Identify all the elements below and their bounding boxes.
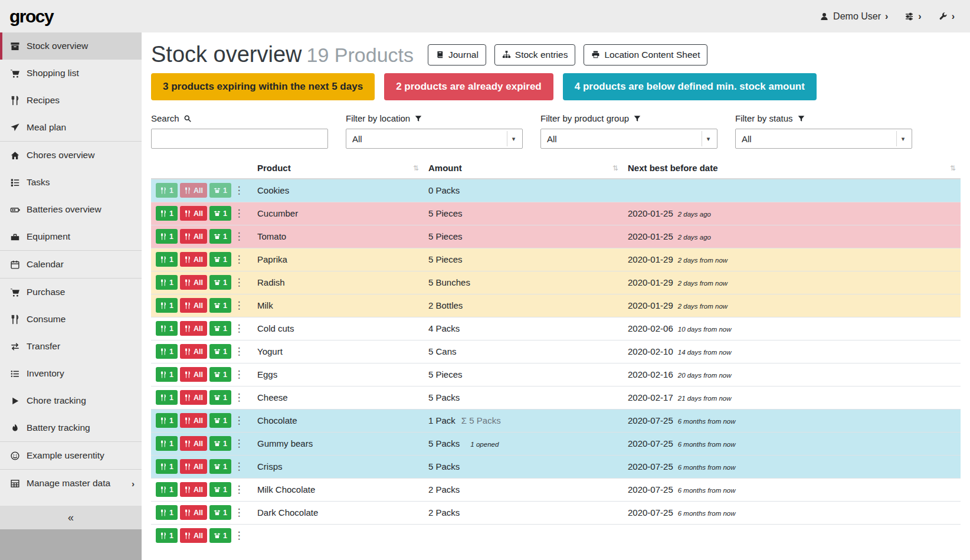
product-group-select[interactable]: All ▾ bbox=[540, 129, 717, 149]
consume-all-button[interactable]: All bbox=[180, 528, 207, 543]
row-menu-button[interactable]: ⋮ bbox=[234, 484, 244, 494]
row-menu-button[interactable]: ⋮ bbox=[234, 369, 244, 379]
row-menu-button[interactable]: ⋮ bbox=[234, 208, 244, 218]
row-menu-button[interactable]: ⋮ bbox=[234, 231, 244, 241]
sidebar-item-chores-overview[interactable]: Chores overview bbox=[0, 142, 142, 169]
sidebar-item-purchase[interactable]: Purchase bbox=[0, 279, 142, 306]
consume-all-button[interactable]: All bbox=[180, 229, 207, 244]
consume-one-button[interactable]: 1 bbox=[156, 390, 178, 405]
consume-one-button[interactable]: 1 bbox=[156, 206, 178, 221]
admin-menu[interactable]: › bbox=[938, 12, 955, 21]
consume-one-button[interactable]: 1 bbox=[156, 229, 178, 244]
consume-one-button[interactable]: 1 bbox=[156, 436, 178, 451]
open-one-button[interactable]: 1 bbox=[209, 252, 231, 267]
open-one-button[interactable]: 1 bbox=[209, 413, 231, 428]
product-column-header[interactable]: Product⇅ bbox=[253, 159, 424, 179]
row-menu-button[interactable]: ⋮ bbox=[234, 392, 244, 402]
sidebar-item-stock-overview[interactable]: Stock overview bbox=[0, 32, 142, 60]
sidebar-item-manage-master-data[interactable]: Manage master data › bbox=[0, 470, 142, 497]
stock-entries-button[interactable]: Stock entries bbox=[494, 44, 576, 66]
consume-one-button[interactable]: 1 bbox=[156, 252, 178, 267]
consume-one-button[interactable]: 1 bbox=[156, 482, 178, 497]
consume-all-button[interactable]: All bbox=[180, 183, 207, 198]
sidebar-item-shopping-list[interactable]: Shopping list bbox=[0, 60, 142, 87]
consume-all-button[interactable]: All bbox=[180, 390, 207, 405]
sidebar-item-example-userentity[interactable]: Example userentity bbox=[0, 442, 142, 469]
consume-all-button[interactable]: All bbox=[180, 252, 207, 267]
row-menu-button[interactable]: ⋮ bbox=[234, 461, 244, 471]
consume-one-button[interactable]: 1 bbox=[156, 183, 178, 198]
sidebar-item-consume[interactable]: Consume bbox=[0, 306, 142, 333]
sidebar-item-calendar[interactable]: Calendar bbox=[0, 251, 142, 278]
sidebar-item-chore-tracking[interactable]: Chore tracking bbox=[0, 387, 142, 414]
open-one-button[interactable]: 1 bbox=[209, 344, 231, 359]
row-menu-button[interactable]: ⋮ bbox=[234, 346, 244, 356]
open-one-button[interactable]: 1 bbox=[209, 275, 231, 290]
user-menu-label: Demo User bbox=[833, 11, 881, 22]
sidebar-item-transfer[interactable]: Transfer bbox=[0, 333, 142, 360]
open-one-button[interactable]: 1 bbox=[209, 436, 231, 451]
consume-all-button[interactable]: All bbox=[180, 367, 207, 382]
sidebar-item-tasks[interactable]: Tasks bbox=[0, 169, 142, 196]
consume-all-button[interactable]: All bbox=[180, 505, 207, 520]
consume-all-button[interactable]: All bbox=[180, 321, 207, 336]
row-menu-button[interactable]: ⋮ bbox=[234, 323, 244, 333]
open-one-button[interactable]: 1 bbox=[209, 321, 231, 336]
consume-all-button[interactable]: All bbox=[180, 298, 207, 313]
sidebar-item-meal-plan[interactable]: Meal plan bbox=[0, 114, 142, 141]
consume-one-button[interactable]: 1 bbox=[156, 459, 178, 474]
best-before-column-header[interactable]: Next best before date⇅ bbox=[623, 159, 961, 179]
row-menu-button[interactable]: ⋮ bbox=[234, 530, 244, 541]
row-menu-button[interactable]: ⋮ bbox=[234, 185, 244, 195]
consume-one-button[interactable]: 1 bbox=[156, 344, 178, 359]
search-input[interactable] bbox=[151, 129, 328, 149]
user-menu[interactable]: Demo User › bbox=[820, 11, 888, 22]
open-one-button[interactable]: 1 bbox=[209, 206, 231, 221]
amount-column-header[interactable]: Amount⇅ bbox=[424, 159, 623, 179]
open-one-button[interactable]: 1 bbox=[209, 505, 231, 520]
row-menu-button[interactable]: ⋮ bbox=[234, 254, 244, 264]
sidebar-collapse-button[interactable]: « bbox=[0, 506, 142, 529]
consume-all-button[interactable]: All bbox=[180, 344, 207, 359]
consume-one-button[interactable]: 1 bbox=[156, 298, 178, 313]
consume-all-button[interactable]: All bbox=[180, 436, 207, 451]
consume-all-button[interactable]: All bbox=[180, 206, 207, 221]
row-menu-button[interactable]: ⋮ bbox=[234, 300, 244, 310]
sidebar-item-battery-tracking[interactable]: Battery tracking bbox=[0, 414, 142, 441]
settings-menu[interactable]: › bbox=[905, 12, 921, 21]
journal-button[interactable]: Journal bbox=[428, 44, 486, 66]
open-one-button[interactable]: 1 bbox=[209, 528, 231, 543]
consume-all-button[interactable]: All bbox=[180, 459, 207, 474]
row-menu-button[interactable]: ⋮ bbox=[234, 438, 244, 448]
sidebar-item-inventory[interactable]: Inventory bbox=[0, 360, 142, 387]
consume-all-button[interactable]: All bbox=[180, 275, 207, 290]
consume-one-button[interactable]: 1 bbox=[156, 275, 178, 290]
open-one-button[interactable]: 1 bbox=[209, 229, 231, 244]
consume-one-button[interactable]: 1 bbox=[156, 413, 178, 428]
below-min-stock-banner[interactable]: 4 products are below defined min. stock … bbox=[563, 73, 817, 100]
consume-all-button[interactable]: All bbox=[180, 413, 207, 428]
consume-one-button[interactable]: 1 bbox=[156, 367, 178, 382]
open-one-button[interactable]: 1 bbox=[209, 459, 231, 474]
status-select[interactable]: All ▾ bbox=[735, 129, 912, 149]
expiring-banner[interactable]: 3 products expiring within the next 5 da… bbox=[151, 73, 375, 100]
row-menu-button[interactable]: ⋮ bbox=[234, 507, 244, 518]
row-menu-button[interactable]: ⋮ bbox=[234, 415, 244, 425]
consume-one-button[interactable]: 1 bbox=[156, 505, 178, 520]
consume-one-button[interactable]: 1 bbox=[156, 321, 178, 336]
row-menu-button[interactable]: ⋮ bbox=[234, 277, 244, 287]
open-one-button[interactable]: 1 bbox=[209, 298, 231, 313]
location-content-sheet-button[interactable]: Location Content Sheet bbox=[584, 44, 707, 66]
expired-banner[interactable]: 2 products are already expired bbox=[384, 73, 553, 100]
sidebar-item-batteries-overview[interactable]: Batteries overview bbox=[0, 196, 142, 223]
sidebar-item-recipes[interactable]: Recipes bbox=[0, 87, 142, 114]
sidebar-item-equipment[interactable]: Equipment bbox=[0, 223, 142, 250]
open-one-button[interactable]: 1 bbox=[209, 183, 231, 198]
consume-all-button[interactable]: All bbox=[180, 482, 207, 497]
open-one-button[interactable]: 1 bbox=[209, 367, 231, 382]
consume-one-button[interactable]: 1 bbox=[156, 528, 178, 543]
open-one-button[interactable]: 1 bbox=[209, 482, 231, 497]
location-select[interactable]: All ▾ bbox=[346, 129, 523, 149]
box-open-icon bbox=[214, 486, 221, 493]
open-one-button[interactable]: 1 bbox=[209, 390, 231, 405]
